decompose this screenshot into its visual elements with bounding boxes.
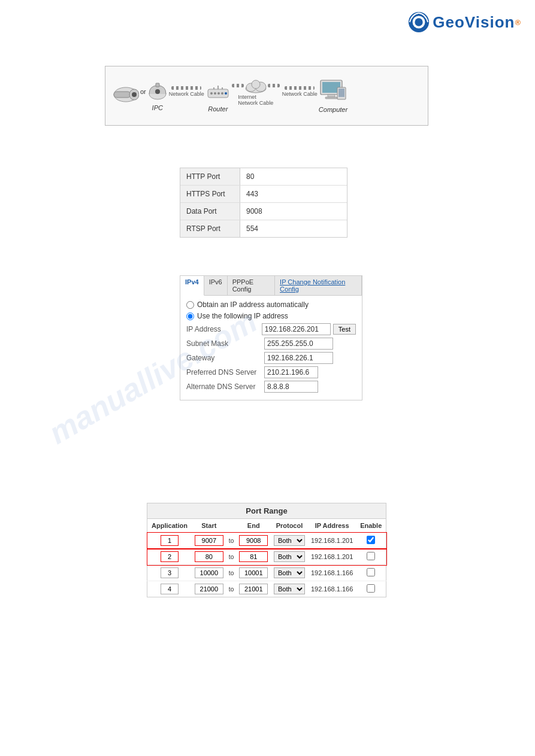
radio-obtain-auto: Obtain an IP address automatically bbox=[186, 300, 356, 309]
alternate-dns-input[interactable] bbox=[264, 381, 318, 393]
svg-point-16 bbox=[217, 92, 220, 95]
row3-enable-checkbox[interactable] bbox=[367, 568, 375, 576]
svg-point-17 bbox=[221, 92, 223, 95]
ipv4-body: Obtain an IP address automatically Use t… bbox=[180, 296, 362, 400]
field-row-alternate-dns: Alternate DNS Server bbox=[186, 381, 356, 393]
row3-app-input[interactable] bbox=[161, 567, 179, 578]
port-range-row-3: to Both TCP UDP 192.168.1.166 bbox=[147, 565, 386, 581]
port-range-row-1: to Both TCP UDP 192.168.1.201 bbox=[147, 533, 386, 549]
row2-protocol: Both TCP UDP bbox=[271, 549, 308, 565]
ip-address-input[interactable] bbox=[262, 323, 331, 335]
cable-line-2a bbox=[232, 84, 244, 87]
row4-end bbox=[236, 581, 271, 597]
row3-end-input[interactable] bbox=[239, 567, 268, 578]
diagram-router-label: Router bbox=[208, 105, 228, 113]
test-button[interactable]: Test bbox=[333, 324, 356, 335]
row4-end-input[interactable] bbox=[239, 584, 268, 594]
logo-text: GeoVision bbox=[433, 13, 515, 32]
row4-app-input[interactable] bbox=[161, 584, 179, 594]
row3-start bbox=[192, 565, 226, 581]
row3-protocol-select[interactable]: Both TCP UDP bbox=[274, 567, 305, 578]
svg-rect-26 bbox=[325, 97, 337, 99]
radio-use-label: Use the following IP address bbox=[197, 312, 288, 320]
data-port-value: 9008 bbox=[240, 203, 268, 220]
radio-obtain-input[interactable] bbox=[186, 301, 194, 309]
rtsp-port-value: 554 bbox=[240, 220, 264, 237]
row2-enable-checkbox[interactable] bbox=[367, 552, 375, 560]
tab-ipv4[interactable]: IPv4 bbox=[180, 276, 204, 296]
svg-rect-9 bbox=[156, 83, 159, 87]
port-range-title-row: Port Range bbox=[147, 503, 386, 519]
router-icon bbox=[205, 80, 231, 104]
row2-app-input[interactable] bbox=[161, 551, 179, 562]
port-config-row-http: HTTP Port 80 bbox=[180, 168, 347, 186]
svg-point-2 bbox=[415, 18, 423, 26]
row4-to: to bbox=[226, 581, 237, 597]
col-to bbox=[226, 519, 237, 533]
row3-enable bbox=[356, 565, 386, 581]
row3-start-input[interactable] bbox=[195, 567, 223, 578]
row1-enable-checkbox[interactable] bbox=[367, 536, 375, 544]
port-config-row-https: HTTPS Port 443 bbox=[180, 186, 347, 203]
tab-pppoe[interactable]: PPPoE Config bbox=[228, 276, 275, 295]
rtsp-port-label: RTSP Port bbox=[180, 220, 240, 237]
diagram-computer: Computer bbox=[319, 79, 347, 113]
svg-point-14 bbox=[210, 92, 213, 95]
tab-ip-change-notification[interactable]: IP Change Notification Config bbox=[275, 276, 362, 295]
gateway-label: Gateway bbox=[186, 354, 264, 362]
row1-end-input[interactable] bbox=[239, 535, 268, 546]
row4-enable-checkbox[interactable] bbox=[367, 584, 375, 593]
preferred-dns-label: Preferred DNS Server bbox=[186, 368, 264, 377]
http-port-label: HTTP Port bbox=[180, 168, 240, 185]
row4-protocol: Both TCP UDP bbox=[271, 581, 308, 597]
internet-cloud-icon bbox=[244, 78, 268, 93]
row2-start-input[interactable] bbox=[195, 551, 223, 562]
cable-label-3: Network Cable bbox=[282, 91, 318, 97]
radio-use-input[interactable] bbox=[186, 312, 194, 320]
row2-protocol-select[interactable]: Both TCP UDP bbox=[274, 551, 305, 562]
diagram-ipc-label: IPC bbox=[152, 104, 163, 111]
preferred-dns-input[interactable] bbox=[264, 366, 318, 378]
diagram-camera-dome: IPC bbox=[147, 81, 168, 111]
col-enable: Enable bbox=[356, 519, 386, 533]
network-diagram: or IPC Network Cable bbox=[105, 66, 428, 126]
subnet-mask-input[interactable] bbox=[264, 338, 333, 350]
row2-end bbox=[236, 549, 271, 565]
diagram-or-text: or bbox=[140, 88, 146, 104]
col-application: Application bbox=[147, 519, 192, 533]
row3-end bbox=[236, 565, 271, 581]
row2-ip: 192.168.1.201 bbox=[308, 549, 356, 565]
row1-end bbox=[236, 533, 271, 549]
tab-ipv6[interactable]: IPv6 bbox=[204, 276, 228, 295]
port-range-header-row: Application Start End Protocol IP Addres… bbox=[147, 519, 386, 533]
col-ip: IP Address bbox=[308, 519, 356, 533]
field-row-ip: IP Address Test bbox=[186, 323, 356, 335]
row4-start-input[interactable] bbox=[195, 584, 223, 594]
row1-enable bbox=[356, 533, 386, 549]
port-range-title: Port Range bbox=[147, 503, 386, 519]
row1-protocol-select[interactable]: Both TCP UDP bbox=[274, 535, 305, 546]
row1-start-input[interactable] bbox=[195, 535, 223, 546]
cable-line-1 bbox=[171, 86, 201, 90]
diagram-camera-bullet bbox=[113, 86, 139, 107]
row2-end-input[interactable] bbox=[239, 551, 268, 562]
row1-start bbox=[192, 533, 226, 549]
radio-use-following: Use the following IP address bbox=[186, 312, 356, 320]
col-end: End bbox=[236, 519, 271, 533]
row4-protocol-select[interactable]: Both TCP UDP bbox=[274, 584, 305, 594]
alternate-dns-label: Alternate DNS Server bbox=[186, 382, 264, 391]
row3-app bbox=[147, 565, 192, 581]
diagram-internet-section: InternetNetwork Cable bbox=[232, 78, 280, 114]
row3-to: to bbox=[226, 565, 237, 581]
diagram-router: Router bbox=[205, 80, 231, 113]
gateway-input[interactable] bbox=[264, 352, 333, 364]
ipv4-panel: IPv4 IPv6 PPPoE Config IP Change Notific… bbox=[180, 275, 362, 400]
row1-app-input[interactable] bbox=[161, 535, 179, 546]
https-port-value: 443 bbox=[240, 186, 264, 202]
svg-rect-25 bbox=[328, 95, 335, 97]
https-port-label: HTTPS Port bbox=[180, 186, 240, 202]
diagram-internet-row bbox=[232, 78, 280, 93]
geovision-logo-icon bbox=[407, 11, 430, 34]
logo-area: GeoVision® bbox=[407, 11, 521, 34]
port-range-row-4: to Both TCP UDP 192.168.1.166 bbox=[147, 581, 386, 597]
